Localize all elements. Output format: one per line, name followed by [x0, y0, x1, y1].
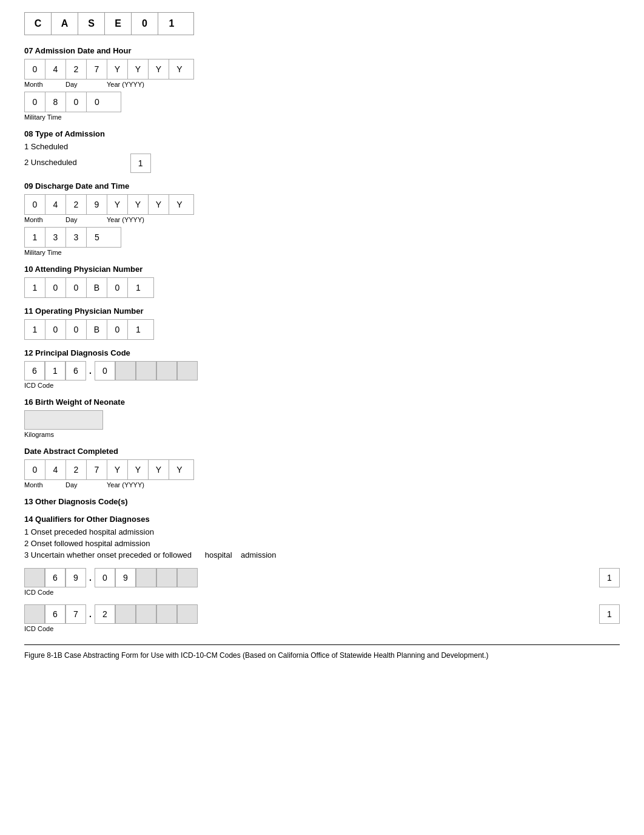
section-date-abstract: Date Abstract Completed 0 4 2 7 Y Y Y Y … [24, 447, 620, 488]
pd-3: 6 [65, 361, 86, 380]
dis-day-label: Day [65, 216, 107, 223]
op-4: B [87, 320, 107, 339]
da-month-label: Month [24, 481, 65, 488]
date-abstract-labels: Month Day Year (YYYY) [24, 481, 194, 488]
discharge-date-labels: Month Day Year (YYYY) [24, 216, 194, 223]
od2-dot: . [86, 604, 95, 624]
admission-time-label: Military Time [24, 113, 620, 121]
od2-qualifier: 1 [599, 604, 620, 624]
pd-empty-3 [156, 361, 177, 380]
section-10: 10 Attending Physician Number 1 0 0 B 0 … [24, 265, 620, 298]
pd-empty-2 [136, 361, 156, 380]
od2-1: 6 [45, 604, 65, 624]
od1-empty-3 [156, 568, 177, 587]
adm-time-3: 0 [66, 92, 87, 112]
adm-month-1: 0 [25, 59, 45, 79]
od1-empty-2 [136, 568, 156, 587]
adm-month-2: 4 [45, 59, 66, 79]
discharge-time-row: 1 3 3 5 [24, 227, 121, 248]
adm-time-2: 8 [45, 92, 66, 112]
other-diag-1-section: 6 9 . 0 9 1 ICD Code [24, 568, 620, 596]
dis-year-label: Year (YYYY) [107, 216, 179, 223]
admission-date-row: 0 4 2 7 Y Y Y Y [24, 59, 194, 79]
att-1: 1 [25, 278, 45, 297]
da-year-2: Y [128, 460, 149, 479]
dis-day-2: 9 [87, 195, 107, 214]
dis-year-3: Y [149, 195, 169, 214]
case-cell-s: S [78, 13, 105, 35]
dis-year-2: Y [128, 195, 149, 214]
qualifier-2: 2 Onset followed hospital admission [24, 539, 620, 548]
adm-year-4: Y [169, 59, 190, 79]
section-14: 14 Qualifiers for Other Diagnoses 1 Onse… [24, 515, 620, 559]
od1-empty-1 [24, 568, 45, 587]
other-diag-2-label: ICD Code [24, 625, 620, 632]
pd-empty-4 [177, 361, 198, 380]
od2-2: 7 [65, 604, 86, 624]
type-unscheduled-text: 2 Unscheduled [24, 158, 77, 167]
dis-time-1: 1 [25, 228, 45, 247]
od1-empty-4 [177, 568, 198, 587]
od1-3: 0 [95, 568, 115, 587]
principal-diag-label: ICD Code [24, 382, 620, 389]
section-10-title: 10 Attending Physician Number [24, 265, 620, 274]
section-16-title: 16 Birth Weight of Neonate [24, 397, 620, 407]
op-3: 0 [66, 320, 87, 339]
att-6: 1 [128, 278, 149, 297]
section-11: 11 Operating Physician Number 1 0 0 B 0 … [24, 306, 620, 340]
od1-dot: . [86, 568, 95, 587]
adm-year-2: Y [128, 59, 149, 79]
adm-time-1: 0 [25, 92, 45, 112]
adm-year-1: Y [107, 59, 128, 79]
other-diag-2-section: 6 7 . 2 1 ICD Code [24, 604, 620, 632]
kg-box [24, 410, 103, 430]
adm-day-1: 2 [66, 59, 87, 79]
att-2: 0 [45, 278, 66, 297]
da-month-1: 0 [25, 460, 45, 479]
da-day-label: Day [65, 481, 107, 488]
section-07: 07 Admission Date and Hour 0 4 2 7 Y Y Y… [24, 46, 620, 121]
pd-empty-1 [115, 361, 136, 380]
unscheduled-value: 1 [130, 154, 151, 173]
section-12: 12 Principal Diagnosis Code 6 1 6 . 0 IC… [24, 348, 620, 389]
qualifier-1: 1 Onset preceded hospital admission [24, 527, 620, 536]
da-year-3: Y [149, 460, 169, 479]
other-diag-1-row: 6 9 . 0 9 1 [24, 568, 620, 587]
case-cell-a: A [52, 13, 78, 35]
section-08-title: 08 Type of Admission [24, 129, 620, 138]
unscheduled-value-container: 1 [130, 154, 151, 173]
da-day-1: 2 [66, 460, 87, 479]
dis-month-2: 4 [45, 195, 66, 214]
da-month-2: 4 [45, 460, 66, 479]
pd-2: 1 [45, 361, 65, 380]
case-cell-0: 0 [132, 13, 158, 35]
case-header: C A S E 0 1 [24, 12, 194, 35]
figure-caption: Figure 8-1B Case Abstracting Form for Us… [24, 644, 620, 660]
pd-1: 6 [24, 361, 45, 380]
date-abstract-title: Date Abstract Completed [24, 447, 620, 456]
type-unscheduled-row: 2 Unscheduled 1 [24, 154, 620, 173]
dis-month-label: Month [24, 216, 65, 223]
discharge-date-row: 0 4 2 9 Y Y Y Y [24, 194, 194, 215]
att-4: B [87, 278, 107, 297]
attending-physician-row: 1 0 0 B 0 1 [24, 277, 154, 298]
case-cell-1: 1 [158, 13, 185, 35]
op-6: 1 [128, 320, 149, 339]
att-5: 0 [107, 278, 128, 297]
dis-month-1: 0 [25, 195, 45, 214]
type-scheduled-text: 1 Scheduled [24, 142, 68, 151]
od2-empty-4 [156, 604, 177, 624]
kg-label: Kilograms [24, 431, 620, 438]
section-13: 13 Other Diagnosis Code(s) [24, 497, 620, 506]
op-2: 0 [45, 320, 66, 339]
dis-year-1: Y [107, 195, 128, 214]
dis-year-4: Y [169, 195, 190, 214]
section-12-title: 12 Principal Diagnosis Code [24, 348, 620, 357]
dis-time-4: 5 [87, 228, 107, 247]
adm-day-2: 7 [87, 59, 107, 79]
adm-year-3: Y [149, 59, 169, 79]
case-cell-e: E [105, 13, 132, 35]
dis-day-1: 2 [66, 195, 87, 214]
da-year-label: Year (YYYY) [107, 481, 179, 488]
principal-diag-row: 6 1 6 . 0 [24, 361, 620, 380]
